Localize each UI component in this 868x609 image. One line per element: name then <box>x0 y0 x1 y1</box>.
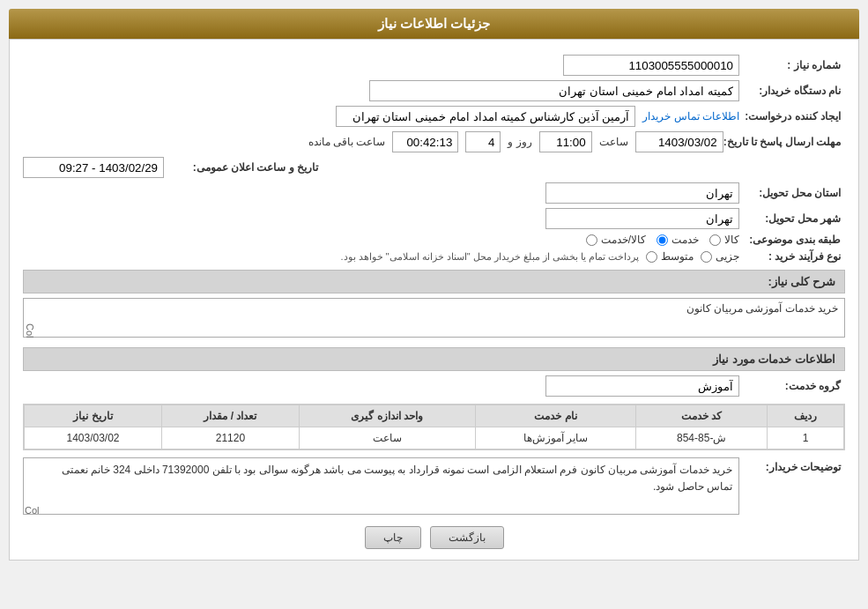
category-label: طبقه بندی موضوعی: <box>739 234 845 246</box>
need-number-label: شماره نیاز : <box>739 59 845 71</box>
province-label: استان محل تحویل: <box>739 187 845 199</box>
purchase-type-note: پرداخت تمام یا بخشی از مبلغ خریدار محل "… <box>340 251 639 263</box>
buyer-desc-container: خرید خدمات آموزشی مربیان کانون فرم استعل… <box>23 457 739 517</box>
purchase-partial-item: جزیی <box>701 250 739 263</box>
cell-quantity: 21120 <box>162 427 300 449</box>
category-both-item: کالا/خدمت <box>586 234 646 246</box>
purchase-type-label: نوع فرآیند خرید : <box>739 250 845 263</box>
col-icon-2: Col <box>25 505 40 516</box>
general-desc-textarea[interactable] <box>23 298 845 338</box>
services-table-section: ردیف کد خدمت نام خدمت واحد اندازه گیری ت… <box>23 404 845 450</box>
city-row: شهر محل تحویل: <box>23 208 845 229</box>
buyer-org-label: نام دستگاه خریدار: <box>739 85 845 97</box>
service-group-input[interactable] <box>545 375 739 397</box>
announce-row: تاریخ و ساعت اعلان عمومی: <box>23 157 845 178</box>
page-title: جزئیات اطلاعات نیاز <box>9 9 859 39</box>
print-button[interactable]: چاپ <box>365 526 421 549</box>
services-table: ردیف کد خدمت نام خدمت واحد اندازه گیری ت… <box>24 405 844 449</box>
back-button[interactable]: بازگشت <box>430 526 504 549</box>
col-service-name: نام خدمت <box>475 405 636 427</box>
announce-label: تاریخ و ساعت اعلان عمومی: <box>164 161 323 174</box>
need-number-row: شماره نیاز : <box>23 55 845 76</box>
purchase-medium-item: متوسط <box>646 250 694 263</box>
city-input[interactable] <box>545 208 739 229</box>
cell-service-code: ش-85-854 <box>636 427 768 449</box>
deadline-days-label: روز و <box>508 136 531 148</box>
province-row: استان محل تحویل: <box>23 182 845 204</box>
button-row: چاپ بازگشت <box>23 526 845 549</box>
deadline-label: مهلت ارسال پاسخ تا تاریخ: <box>723 136 845 148</box>
col-need-date: تاریخ نیاز <box>25 405 162 427</box>
services-section-title: اطلاعات خدمات مورد نیاز <box>23 347 845 371</box>
col-icon: Col <box>25 323 35 338</box>
category-goods-item: کالا <box>709 234 739 246</box>
category-service-label: خدمت <box>671 234 699 246</box>
buyer-desc-label: توضیحات خریدار: <box>739 457 845 473</box>
general-desc-container: خرید خدمات آموزشی مربیان کانون Col <box>23 298 845 340</box>
creator-label: ایجاد کننده درخواست: <box>739 110 845 123</box>
announce-input[interactable] <box>23 157 164 178</box>
deadline-time-label: ساعت <box>599 136 628 148</box>
creator-input[interactable] <box>336 106 635 127</box>
deadline-days-input[interactable] <box>465 131 501 152</box>
deadline-row: مهلت ارسال پاسخ تا تاریخ: ساعت روز و ساع… <box>23 131 845 152</box>
creator-row: ایجاد کننده درخواست: اطلاعات تماس خریدار <box>23 106 845 127</box>
page-wrapper: جزئیات اطلاعات نیاز شماره نیاز : نام دست… <box>0 0 868 609</box>
province-input[interactable] <box>545 182 739 204</box>
deadline-remaining-input[interactable] <box>392 131 458 152</box>
service-group-label: گروه خدمت: <box>739 380 845 392</box>
creator-contact-link[interactable]: اطلاعات تماس خریدار <box>642 110 739 123</box>
category-service-radio[interactable] <box>657 234 668 246</box>
buyer-desc-row: توضیحات خریدار: خرید خدمات آموزشی مربیان… <box>23 457 845 517</box>
need-number-input[interactable] <box>563 55 739 76</box>
purchase-medium-label: متوسط <box>661 250 694 263</box>
purchase-partial-radio[interactable] <box>701 251 712 263</box>
col-unit: واحد اندازه گیری <box>299 405 475 427</box>
buyer-org-input[interactable] <box>369 80 739 101</box>
service-group-row: گروه خدمت: <box>23 375 845 397</box>
category-row: طبقه بندی موضوعی: کالا خدمت کالا/خدمت <box>23 234 845 246</box>
category-radio-group: کالا خدمت کالا/خدمت <box>586 234 739 246</box>
deadline-remaining-label: ساعت باقی مانده <box>308 136 386 148</box>
purchase-medium-radio[interactable] <box>646 251 657 263</box>
deadline-time-input[interactable] <box>539 131 592 152</box>
buyer-desc-textarea[interactable] <box>23 457 739 515</box>
col-service-code: کد خدمت <box>636 405 768 427</box>
buyer-org-row: نام دستگاه خریدار: <box>23 80 845 101</box>
cell-service-name: سایر آموزش‌ها <box>475 427 636 449</box>
purchase-type-row: نوع فرآیند خرید : جزیی متوسط پرداخت تمام… <box>23 250 845 263</box>
col-quantity: تعداد / مقدار <box>162 405 300 427</box>
category-service-item: خدمت <box>657 234 699 246</box>
cell-row-num: 1 <box>767 427 843 449</box>
main-content: شماره نیاز : نام دستگاه خریدار: ایجاد کن… <box>9 39 859 561</box>
deadline-date-input[interactable] <box>635 131 723 152</box>
general-desc-section-title: شرح کلی نیاز: <box>23 270 845 293</box>
cell-need-date: 1403/03/02 <box>25 427 162 449</box>
table-row: 1 ش-85-854 سایر آموزش‌ها ساعت 21120 1403… <box>25 427 844 449</box>
cell-unit: ساعت <box>299 427 475 449</box>
category-both-label: کالا/خدمت <box>601 234 646 246</box>
category-goods-label: کالا <box>724 234 739 246</box>
purchase-partial-label: جزیی <box>716 250 739 263</box>
col-row-num: ردیف <box>767 405 843 427</box>
category-goods-radio[interactable] <box>709 234 721 246</box>
city-label: شهر محل تحویل: <box>739 212 845 225</box>
category-both-radio[interactable] <box>586 234 597 246</box>
